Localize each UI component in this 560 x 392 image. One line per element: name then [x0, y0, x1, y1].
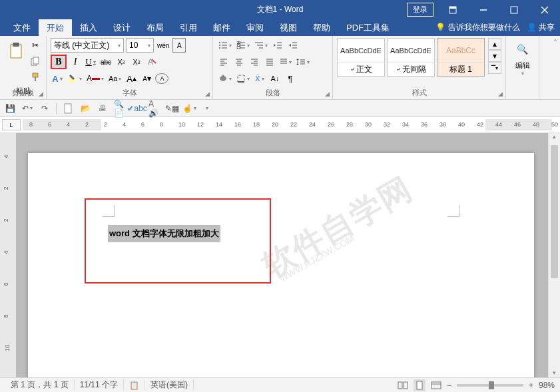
quickprint-icon[interactable]: 🖶: [97, 102, 109, 114]
styles-more-icon[interactable]: ▔▾: [488, 62, 501, 74]
undo-icon[interactable]: ↶▾: [21, 102, 33, 114]
distributed-icon[interactable]: ▾: [278, 55, 293, 69]
justify-icon[interactable]: [263, 55, 276, 69]
preview-icon[interactable]: 🔍📄: [114, 102, 126, 114]
copy-icon[interactable]: [29, 54, 42, 69]
redo-icon[interactable]: ↷: [39, 102, 51, 114]
draw-table-icon[interactable]: ✎▦: [166, 102, 178, 114]
maximize-icon[interactable]: [499, 0, 529, 19]
style-nospacing[interactable]: AaBbCcDdE ⤶无间隔: [387, 38, 435, 77]
tab-view[interactable]: 视图: [272, 19, 305, 36]
enclose-char-icon[interactable]: A: [155, 73, 168, 84]
tab-pdf[interactable]: PDF工具集: [338, 19, 398, 36]
font-launcher[interactable]: ◢: [205, 91, 210, 97]
decrease-indent-icon[interactable]: [271, 38, 284, 53]
phonetic-guide-icon[interactable]: wén: [156, 38, 170, 53]
change-case-icon[interactable]: Aa▾: [107, 71, 123, 86]
selected-text[interactable]: word 文档字体无限加粗加大: [108, 225, 220, 242]
svg-rect-63: [417, 381, 422, 389]
underline-button[interactable]: U▾: [84, 55, 97, 69]
web-layout-icon[interactable]: [431, 381, 441, 390]
tab-help[interactable]: 帮助: [305, 19, 338, 36]
styles-launcher[interactable]: ◢: [498, 91, 503, 97]
subscript-button[interactable]: X2: [115, 55, 128, 69]
clipboard-launcher[interactable]: ◢: [39, 91, 43, 97]
bullets-icon[interactable]: ▾: [217, 38, 233, 53]
zoom-level[interactable]: 98%: [539, 381, 555, 390]
tell-me[interactable]: 💡 告诉我你想要做什么: [435, 22, 519, 33]
close-icon[interactable]: [529, 0, 560, 19]
superscript-button[interactable]: X2: [130, 55, 143, 69]
vertical-ruler[interactable]: 42246810: [0, 133, 16, 377]
increase-indent-icon[interactable]: [286, 38, 300, 53]
page-number[interactable]: 第 1 页，共 1 页: [5, 379, 75, 391]
ribbon-display-icon[interactable]: [437, 0, 468, 19]
highlight-icon[interactable]: ▾: [66, 71, 83, 86]
shrink-font-icon[interactable]: A▾: [140, 71, 153, 86]
style-heading1[interactable]: AaBbCc 标题 1: [437, 38, 485, 77]
touch-mode-icon[interactable]: ☝▾: [183, 102, 195, 114]
tab-mailings[interactable]: 邮件: [205, 19, 238, 36]
bold-button[interactable]: B: [51, 55, 67, 69]
format-painter-icon[interactable]: [29, 70, 42, 85]
login-button[interactable]: 登录: [407, 3, 433, 17]
cut-icon[interactable]: ✂: [29, 38, 42, 53]
vertical-scrollbar[interactable]: ▴ ▾: [548, 133, 560, 377]
zoom-in-icon[interactable]: +: [529, 381, 533, 390]
font-name-combo[interactable]: 等线 (中文正文)▾: [51, 38, 124, 53]
zoom-out-icon[interactable]: −: [447, 381, 451, 390]
qat-more-icon[interactable]: ▾: [200, 102, 212, 114]
readaloud-icon[interactable]: A🔊: [148, 102, 160, 114]
tab-references[interactable]: 引用: [172, 19, 205, 36]
minimize-icon[interactable]: [468, 0, 499, 19]
sort-icon[interactable]: A↓: [268, 71, 282, 86]
clear-formatting-icon[interactable]: A: [145, 55, 158, 69]
text-effects-icon[interactable]: A▾: [51, 71, 64, 86]
open-icon[interactable]: 📂: [79, 102, 91, 114]
grow-font-icon[interactable]: A▴: [125, 71, 138, 86]
tab-file[interactable]: 文件: [5, 19, 39, 36]
shading-icon[interactable]: ▾: [217, 71, 233, 86]
italic-button[interactable]: I: [69, 55, 82, 69]
align-left-icon[interactable]: [217, 55, 230, 69]
line-spacing-icon[interactable]: ▾: [295, 55, 311, 69]
proofing-icon[interactable]: 📋: [124, 381, 145, 390]
read-mode-icon[interactable]: [398, 381, 408, 390]
tab-home[interactable]: 开始: [39, 19, 72, 36]
style-normal[interactable]: AaBbCcDdE ⤶正文: [337, 38, 385, 77]
find-icon[interactable]: 🔍: [515, 42, 529, 57]
align-center-icon[interactable]: [232, 55, 246, 69]
asian-layout-icon[interactable]: X̂▾: [253, 71, 266, 86]
paragraph-launcher[interactable]: ◢: [325, 91, 330, 97]
tab-insert[interactable]: 插入: [72, 19, 105, 36]
borders-icon[interactable]: ▾: [235, 71, 251, 86]
numbering-icon[interactable]: 123▾: [235, 38, 251, 53]
styles-up-icon[interactable]: ▴: [488, 38, 501, 50]
share-button[interactable]: 👤 共享: [527, 22, 555, 33]
font-color-icon[interactable]: A▾: [85, 71, 105, 86]
spelling-icon[interactable]: ✔abc: [131, 102, 143, 114]
show-marks-icon[interactable]: ¶: [284, 71, 297, 86]
paste-button[interactable]: [4, 38, 27, 65]
horizontal-ruler[interactable]: 8642246810121416182022242628303234363840…: [23, 119, 552, 130]
character-border-icon[interactable]: A: [172, 38, 186, 53]
zoom-slider[interactable]: [457, 384, 523, 387]
tab-review[interactable]: 审阅: [238, 19, 272, 36]
editing-label[interactable]: 编辑: [510, 61, 535, 71]
save-icon[interactable]: 💾: [4, 102, 16, 114]
strikethrough-button[interactable]: abc: [99, 55, 113, 69]
tab-layout[interactable]: 布局: [139, 19, 172, 36]
multilevel-list-icon[interactable]: ▾: [253, 38, 269, 53]
page[interactable]: 软件自学网 WWW.RJZXW.COM word 文档字体无限加粗加大: [28, 153, 534, 377]
new-icon[interactable]: [62, 102, 74, 114]
collapse-ribbon-icon[interactable]: ˄: [551, 36, 560, 99]
styles-down-icon[interactable]: ▾: [488, 50, 501, 62]
print-layout-icon[interactable]: [414, 379, 425, 391]
word-count[interactable]: 11/11 个字: [75, 379, 124, 391]
scrollbar-thumb[interactable]: [551, 145, 558, 278]
tab-design[interactable]: 设计: [105, 19, 139, 36]
align-right-icon[interactable]: [248, 55, 261, 69]
font-size-combo[interactable]: 10▾: [126, 38, 154, 53]
tab-selector[interactable]: L: [2, 119, 21, 130]
language[interactable]: 英语(美国): [145, 379, 194, 391]
